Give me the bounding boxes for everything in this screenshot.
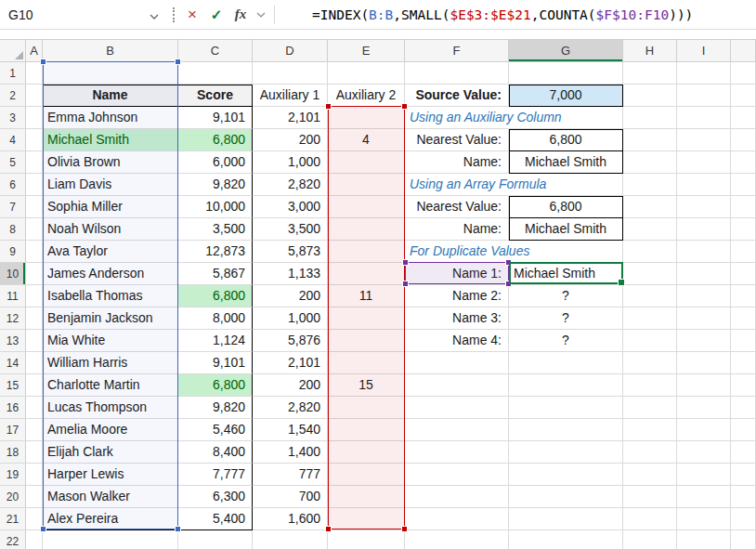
insert-function-button[interactable]: fx bbox=[228, 0, 253, 29]
row-header-5[interactable]: 5 bbox=[0, 151, 26, 174]
cell-B20[interactable]: Mason Walker bbox=[43, 486, 178, 508]
cell-I13[interactable] bbox=[677, 330, 731, 352]
cell-E10[interactable] bbox=[328, 263, 405, 285]
cell-F3[interactable]: Using an Auxiliary Column bbox=[405, 107, 509, 129]
cell-I11[interactable] bbox=[677, 285, 731, 307]
cell-E16[interactable] bbox=[328, 397, 405, 419]
cell-E15[interactable]: 15 bbox=[328, 374, 405, 397]
cell-D2[interactable]: Auxiliary 1 bbox=[253, 85, 328, 107]
cell-A20[interactable] bbox=[26, 486, 43, 508]
cell-B3[interactable]: Emma Johnson bbox=[43, 107, 178, 129]
cell-F2[interactable]: Source Value: bbox=[405, 85, 509, 107]
row-header-2[interactable]: 2 bbox=[0, 85, 26, 107]
cell-A2[interactable] bbox=[26, 85, 43, 107]
cell-A18[interactable] bbox=[26, 441, 43, 464]
cell-D16[interactable]: 2,820 bbox=[253, 397, 328, 419]
cell-C21[interactable]: 5,400 bbox=[178, 508, 253, 530]
cell-E17[interactable] bbox=[328, 419, 405, 441]
cell-F14[interactable] bbox=[405, 352, 509, 374]
cell-C12[interactable]: 8,000 bbox=[178, 307, 253, 330]
cell-A12[interactable] bbox=[26, 307, 43, 330]
cell-F8[interactable]: Name: bbox=[405, 218, 509, 241]
column-header-A[interactable]: A bbox=[26, 40, 43, 62]
cell-B5[interactable]: Olivia Brown bbox=[43, 151, 178, 174]
cell-B21[interactable]: Alex Pereira bbox=[43, 508, 178, 530]
cell-E6[interactable] bbox=[328, 174, 405, 196]
column-header-D[interactable]: D bbox=[253, 40, 328, 62]
cell-B16[interactable]: Lucas Thompson bbox=[43, 397, 178, 419]
cell-I4[interactable] bbox=[677, 129, 731, 151]
cell-A3[interactable] bbox=[26, 107, 43, 129]
cell-A21[interactable] bbox=[26, 508, 43, 530]
cell-H2[interactable] bbox=[623, 85, 677, 107]
cell-F10[interactable]: Name 1: bbox=[405, 263, 509, 285]
cell-H1[interactable] bbox=[623, 62, 677, 85]
cell-F16[interactable] bbox=[405, 397, 509, 419]
cell-A17[interactable] bbox=[26, 419, 43, 441]
cell-F6[interactable]: Using an Array Formula bbox=[405, 174, 509, 196]
cell-D21[interactable]: 1,600 bbox=[253, 508, 328, 530]
row-header-10[interactable]: 10 bbox=[0, 263, 26, 285]
cell-D7[interactable]: 3,000 bbox=[253, 196, 328, 218]
cell-G20[interactable] bbox=[509, 486, 623, 508]
cell-H5[interactable] bbox=[623, 151, 677, 174]
cell-B13[interactable]: Mia White bbox=[43, 330, 178, 352]
cell-B10[interactable]: James Anderson bbox=[43, 263, 178, 285]
row-header-13[interactable]: 13 bbox=[0, 330, 26, 352]
row-header-11[interactable]: 11 bbox=[0, 285, 26, 307]
cell-D17[interactable]: 1,540 bbox=[253, 419, 328, 441]
cell-H8[interactable] bbox=[623, 218, 677, 241]
cell-H13[interactable] bbox=[623, 330, 677, 352]
column-header-G[interactable]: G bbox=[509, 40, 623, 62]
row-header-4[interactable]: 4 bbox=[0, 129, 26, 151]
cell-A22[interactable] bbox=[26, 530, 43, 549]
cell-G12[interactable]: ? bbox=[509, 307, 623, 330]
cell-H19[interactable] bbox=[623, 464, 677, 486]
row-header-7[interactable]: 7 bbox=[0, 196, 26, 218]
cell-D14[interactable]: 2,101 bbox=[253, 352, 328, 374]
cell-H7[interactable] bbox=[623, 196, 677, 218]
cell-C4[interactable]: 6,800 bbox=[178, 129, 253, 151]
cell-I5[interactable] bbox=[677, 151, 731, 174]
cell-H15[interactable] bbox=[623, 374, 677, 397]
cell-B18[interactable]: Elijah Clark bbox=[43, 441, 178, 464]
cell-G4[interactable]: 6,800 bbox=[509, 129, 623, 151]
cell-E9[interactable] bbox=[328, 241, 405, 263]
row-header-18[interactable]: 18 bbox=[0, 441, 26, 464]
cell-G7[interactable]: 6,800 bbox=[509, 196, 623, 218]
cell-B2[interactable]: Name bbox=[43, 85, 178, 107]
cell-C7[interactable]: 10,000 bbox=[178, 196, 253, 218]
cell-A15[interactable] bbox=[26, 374, 43, 397]
row-header-16[interactable]: 16 bbox=[0, 397, 26, 419]
cell-E19[interactable] bbox=[328, 464, 405, 486]
cell-C17[interactable]: 5,460 bbox=[178, 419, 253, 441]
cell-H20[interactable] bbox=[623, 486, 677, 508]
cell-E14[interactable] bbox=[328, 352, 405, 374]
cell-C8[interactable]: 3,500 bbox=[178, 218, 253, 241]
cell-C1[interactable] bbox=[178, 62, 253, 85]
row-header-17[interactable]: 17 bbox=[0, 419, 26, 441]
cell-D6[interactable]: 2,820 bbox=[253, 174, 328, 196]
cell-E3[interactable] bbox=[328, 107, 405, 129]
cell-F5[interactable]: Name: bbox=[405, 151, 509, 174]
cell-A8[interactable] bbox=[26, 218, 43, 241]
cell-F19[interactable] bbox=[405, 464, 509, 486]
cell-A14[interactable] bbox=[26, 352, 43, 374]
cell-H14[interactable] bbox=[623, 352, 677, 374]
formula-input[interactable]: =INDEX(B:B,SMALL($E$3:$E$21,COUNTA($F$10… bbox=[275, 7, 756, 22]
cell-I22[interactable] bbox=[677, 530, 731, 549]
cell-A13[interactable] bbox=[26, 330, 43, 352]
cell-I1[interactable] bbox=[677, 62, 731, 85]
cell-G1[interactable] bbox=[509, 62, 623, 85]
cell-F18[interactable] bbox=[405, 441, 509, 464]
cell-B19[interactable]: Harper Lewis bbox=[43, 464, 178, 486]
cell-A1[interactable] bbox=[26, 62, 43, 85]
cell-A4[interactable] bbox=[26, 129, 43, 151]
enter-button[interactable]: ✓ bbox=[204, 0, 228, 29]
cell-D4[interactable]: 200 bbox=[253, 129, 328, 151]
cell-A19[interactable] bbox=[26, 464, 43, 486]
row-header-3[interactable]: 3 bbox=[0, 107, 26, 129]
row-header-14[interactable]: 14 bbox=[0, 352, 26, 374]
cell-H22[interactable] bbox=[623, 530, 677, 549]
cell-D22[interactable] bbox=[253, 530, 328, 549]
